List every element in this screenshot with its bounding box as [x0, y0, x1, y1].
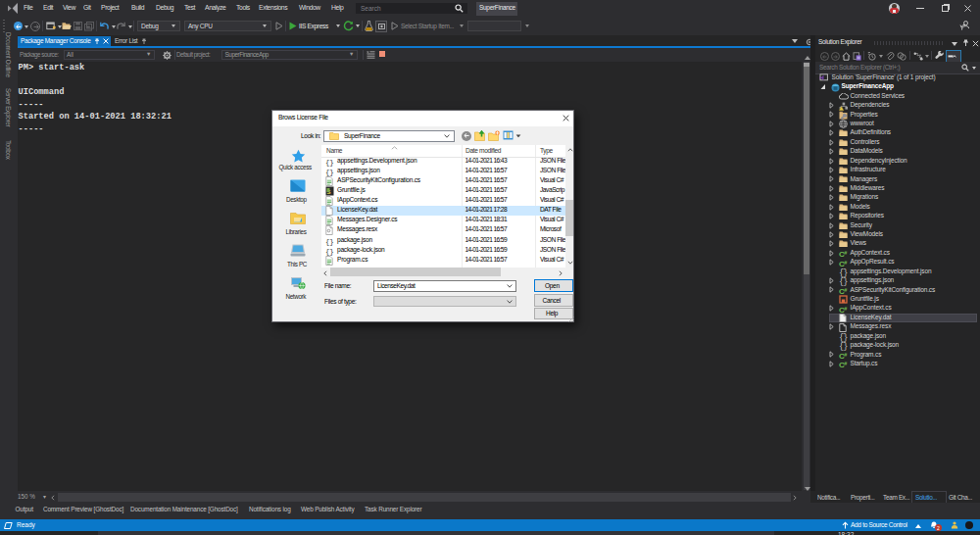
svg-text:}: }: [843, 277, 848, 286]
svg-text:}: }: [329, 169, 334, 176]
svg-text:}: }: [329, 159, 334, 167]
svg-text:}: }: [329, 238, 334, 246]
svg-text:#: #: [844, 260, 847, 266]
svg-text:#: #: [844, 352, 847, 358]
svg-text:#: #: [844, 287, 847, 293]
svg-text:#: #: [844, 361, 847, 366]
svg-text:}: }: [843, 342, 848, 351]
svg-text:}: }: [329, 248, 334, 256]
svg-text:#: #: [844, 306, 847, 312]
svg-text:#: #: [844, 250, 847, 256]
